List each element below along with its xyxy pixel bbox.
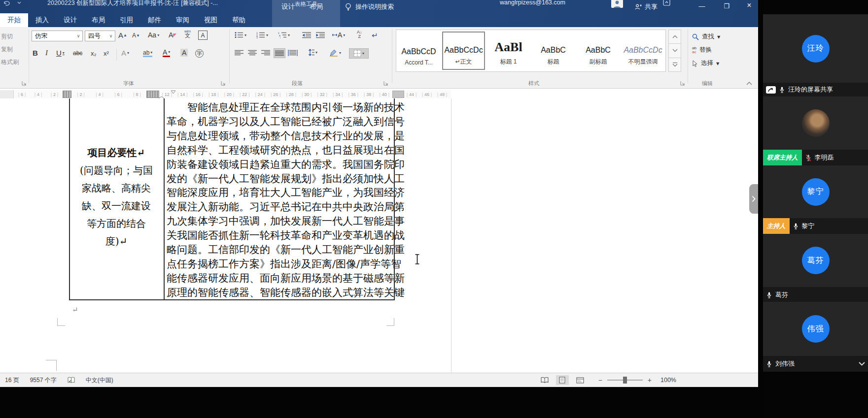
zoom-in-button[interactable]: + [648,376,652,384]
page-count[interactable]: 16 页 [5,376,19,385]
clipboard-格式刷[interactable]: 格式刷 [1,58,19,66]
enclose-characters-button[interactable]: 字 [195,49,204,58]
style-card-不明显强调[interactable]: AaBbCcDc不明显强调 [622,32,664,70]
contextual-tab-设计[interactable]: 设计 [274,0,302,14]
print-layout-icon[interactable] [556,375,569,385]
zoom-slider[interactable] [607,380,643,381]
line-spacing-button[interactable]: ▾ [306,49,317,56]
contextual-tab-布局[interactable]: 布局 [302,0,330,14]
font-size-combo[interactable]: 四号∨ [85,31,115,41]
distribute-button[interactable] [288,50,298,56]
align-center-button[interactable] [248,50,257,56]
indent-marker-box[interactable] [146,91,159,98]
show-marks-button[interactable]: ↵ [372,31,378,40]
table-body-cell[interactable]: 智能信息处理正在全球范围内引领一场新的技术革命，机器学习以及人工智能已经被广泛融… [167,100,392,300]
table-column-divider[interactable] [164,98,165,300]
account-avatar[interactable] [611,0,623,8]
account-email[interactable]: wanglrpizess@163.com [500,0,565,6]
style-card-↵正文[interactable]: AaBbCcDc↵正文 [442,32,485,70]
close-button[interactable]: × [741,0,757,10]
zoom-level[interactable]: 100% [660,377,676,384]
grow-font-button[interactable]: A▲ [118,31,127,39]
horizontal-ruler[interactable]: 6422468121416182022242628303234363840444… [14,90,451,98]
tab-设计[interactable]: 设计 [56,13,84,27]
styles-dialog-launcher-icon[interactable] [680,81,685,86]
bullet-list-button[interactable]: ▾ [235,32,246,38]
select-button[interactable]: 选择▾ [692,59,719,67]
multilevel-list-button[interactable]: 1ai▾ [278,32,290,38]
gallery-scroll-down-icon[interactable] [668,44,681,58]
tab-插入[interactable]: 插入 [28,13,56,27]
find-button[interactable]: 查找▾ [692,32,720,41]
sort-button[interactable]: A↓ Z [357,30,362,39]
chevron-down-icon[interactable] [859,362,865,366]
decrease-indent-button[interactable] [302,32,312,38]
clear-formatting-button[interactable]: A◤ [169,31,176,39]
participant-tile-葛芬[interactable]: 葛芬葛芬 [763,234,868,303]
document-canvas[interactable]: 项目必要性↵(问题导向；与国家战略、高精尖缺、双一流建设等方面的结合度)↵ 智能… [0,98,758,373]
change-case-button[interactable]: Aa▾ [148,31,159,39]
tab-引用[interactable]: 引用 [112,13,140,27]
text-effects-button[interactable]: A▾ [121,49,129,57]
undo-icon[interactable] [3,0,10,6]
subscript-button[interactable]: x₂ [91,50,97,57]
participant-tile-汪玲的屏幕共享[interactable]: 汪玲汪玲的屏幕共享 [763,14,868,96]
ribbon-display-options-icon[interactable] [663,0,670,6]
underline-button[interactable]: U▾ [56,49,65,57]
panel-expand-handle[interactable] [749,184,758,214]
replace-button[interactable]: ab ac 替换 [692,46,712,54]
table-header-cell[interactable]: 项目必要性↵(问题导向；与国家战略、高精尖缺、双一流建设等方面的结合度)↵ [69,144,163,250]
collapse-ribbon-icon[interactable] [746,81,752,85]
proofing-icon[interactable] [68,377,75,384]
font-dialog-launcher-icon[interactable] [221,81,226,86]
web-layout-icon[interactable] [574,375,587,385]
increase-indent-button[interactable] [315,32,325,38]
superscript-button[interactable]: x² [104,50,109,57]
quick-access-toolbar[interactable] [3,0,22,6]
align-left-button[interactable] [235,50,243,56]
align-right-button[interactable] [261,50,270,56]
tab-帮助[interactable]: 帮助 [225,13,253,27]
style-card-标题[interactable]: AaBbC标题 [532,32,575,70]
clipboard-剪切[interactable]: 剪切 [1,32,13,41]
strikethrough-button[interactable]: abc [73,50,82,57]
participant-tile-刘伟强[interactable]: 伟强刘伟强 [763,302,868,372]
read-mode-icon[interactable] [538,375,551,385]
bold-button[interactable]: B [33,49,38,57]
tab-邮件[interactable]: 邮件 [140,13,169,27]
style-card-副标题[interactable]: AaBbC副标题 [577,32,620,70]
qat-dropdown-icon[interactable] [17,0,22,6]
minimize-button[interactable]: — [694,0,710,10]
tab-开始[interactable]: 开始 [0,13,28,27]
share-button[interactable]: 共享 [635,0,658,14]
tab-布局[interactable]: 布局 [84,13,112,27]
italic-button[interactable]: I [45,49,48,57]
maximize-button[interactable]: ❐ [719,0,734,10]
word-count[interactable]: 9557 个字 [30,376,57,385]
right-margin-handle[interactable] [392,91,404,98]
style-card-Accord T...[interactable]: AaBbCcDAccord T... [397,32,440,70]
zoom-slider-thumb[interactable] [623,377,627,384]
phonetic-guide-button[interactable]: wén文 [184,30,191,38]
left-margin-handle[interactable] [63,91,71,98]
character-border-button[interactable]: A [198,31,208,40]
participant-tile-黎宁[interactable]: 黎宁主持人黎宁 [763,165,868,234]
gallery-scroll-up-icon[interactable] [668,30,681,44]
paragraph-dialog-launcher-icon[interactable] [383,81,388,86]
shading-button[interactable]: ▾ [329,49,341,57]
first-line-indent-marker[interactable] [171,90,176,94]
clipboard-dialog-launcher-icon[interactable] [22,81,27,86]
shrink-font-button[interactable]: A▼ [132,32,140,39]
highlight-color-button[interactable]: ab▾ [143,50,152,57]
font-color-button[interactable]: A▾ [163,49,170,57]
character-shading-button[interactable]: A [180,49,188,57]
tab-审阅[interactable]: 审阅 [169,13,197,27]
justify-button[interactable] [274,48,285,58]
character-scaling-button[interactable]: A▾ [332,31,345,39]
tell-me-search[interactable]: 操作说明搜索 [345,0,394,14]
language-indicator[interactable]: 中文(中国) [86,376,113,385]
style-card-标题 1[interactable]: AaBl标题 1 [487,32,530,70]
font-name-combo[interactable]: 仿宋∨ [32,31,83,41]
numbered-list-button[interactable]: 123▾ [256,32,268,38]
clipboard-复制[interactable]: 复制 [1,45,13,54]
